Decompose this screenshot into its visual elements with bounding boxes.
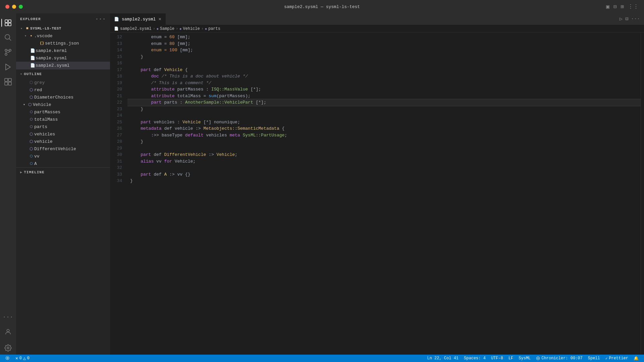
- explorer-more-button[interactable]: ···: [95, 16, 106, 22]
- layout2-icon[interactable]: ⊞: [621, 3, 624, 10]
- activity-accounts[interactable]: [1, 325, 15, 339]
- split-editor-icon[interactable]: ▣: [606, 3, 609, 10]
- code-line-15[interactable]: }: [127, 54, 641, 60]
- status-encoding[interactable]: UTF-8: [488, 356, 506, 361]
- activity-run[interactable]: [1, 60, 15, 74]
- code-line-24[interactable]: [127, 112, 641, 119]
- status-spell[interactable]: Spell: [585, 356, 603, 361]
- code-line-18[interactable]: doc /* This is a doc about vehicle */: [127, 73, 641, 80]
- activity-settings[interactable]: [1, 341, 15, 355]
- outline-totalmass-label: totalMass: [34, 117, 58, 122]
- outline-vv-label: vv: [34, 154, 40, 159]
- code-content[interactable]: enum = 60 [mm]; enum = 80 [mm]; enum = 1…: [127, 33, 641, 355]
- outline-parts[interactable]: ⬡ parts: [16, 123, 110, 130]
- svg-rect-2: [5, 23, 8, 26]
- code-line-17[interactable]: part def Vehicle {: [127, 67, 641, 73]
- code-line-12[interactable]: enum = 60 [mm];: [127, 34, 641, 41]
- sample-kerml-item[interactable]: ▾ 📄 sample.kerml: [16, 47, 110, 54]
- breadcrumb-parts[interactable]: ◈ parts: [205, 26, 220, 31]
- code-line-21[interactable]: attribute totalMass = sum(partMasses);: [127, 93, 641, 100]
- outline-red[interactable]: ⬡ red: [16, 86, 110, 94]
- activity-more[interactable]: ···: [1, 310, 15, 324]
- status-right: Ln 22, Col 41 Spaces: 4 UTF-8 LF SysML C…: [424, 356, 641, 361]
- sample2-sysml-item[interactable]: ▾ 📄 sample2.sysml: [16, 62, 110, 69]
- root-folder-item[interactable]: ▾ ■ SYSML-LS-TEST: [16, 25, 110, 32]
- code-line-32[interactable]: [127, 165, 641, 171]
- status-language[interactable]: SysML: [516, 356, 533, 361]
- status-cursor[interactable]: Ln 22, Col 41: [424, 356, 461, 361]
- outline-header[interactable]: ▾ OUTLINE: [16, 69, 110, 79]
- error-count: 0: [19, 356, 22, 361]
- outline-partmasses[interactable]: ⬡ partMasses: [16, 108, 110, 116]
- outline-totalmass[interactable]: ⬡ totalMass: [16, 116, 110, 123]
- layout-icon[interactable]: ⊟: [613, 3, 617, 10]
- maximize-button[interactable]: [19, 5, 23, 9]
- more-actions-icon[interactable]: ···: [631, 16, 640, 22]
- code-line-20[interactable]: attribute partMasses : ISQ::MassValue [*…: [127, 86, 641, 93]
- outline-vehicles[interactable]: ▾ ⬡ vehicles: [16, 130, 110, 138]
- status-left: ✕ 0 △ 0: [3, 356, 32, 361]
- svg-point-14: [7, 329, 9, 332]
- minimize-button[interactable]: [12, 5, 16, 9]
- code-line-19[interactable]: /* This is a comment */: [127, 80, 641, 86]
- tab-close-button[interactable]: ✕: [158, 17, 161, 21]
- code-line-23[interactable]: }: [127, 106, 641, 113]
- code-line-31[interactable]: alias vv for Vehicle;: [127, 158, 641, 165]
- code-line-29[interactable]: [127, 145, 641, 152]
- breadcrumb-sep1: ›: [153, 26, 155, 31]
- status-chronicler[interactable]: Chronicler: 00:07: [533, 356, 585, 361]
- code-line-25[interactable]: part vehicles : Vehicle [*] nonunique;: [127, 119, 641, 126]
- outline-a[interactable]: ▾ ⬡ A: [16, 160, 110, 167]
- outline-vehicle[interactable]: ▾ ⬡ vehicle: [16, 138, 110, 145]
- status-prettier[interactable]: ✓ Prettier: [603, 356, 631, 361]
- code-line-33[interactable]: part def A :> vv {}: [127, 171, 641, 178]
- status-notifications[interactable]: 🔔: [631, 356, 641, 361]
- code-line-13[interactable]: enum = 80 [mm];: [127, 41, 641, 47]
- sample-sysml-item[interactable]: ▾ 📄 sample.sysml: [16, 54, 110, 62]
- outline-vv[interactable]: ▾ ⬡ vv: [16, 153, 110, 160]
- breadcrumb-sample[interactable]: ◈ Sample: [157, 26, 174, 31]
- outline-differentvehicle[interactable]: ▾ ⬡ DifferentVehicle: [16, 145, 110, 153]
- outline-grey[interactable]: ⬡ grey: [16, 79, 110, 86]
- activity-bar: ···: [0, 13, 16, 355]
- explorer-header[interactable]: EXPLORER ···: [16, 13, 110, 25]
- vscode-folder-item[interactable]: ▾ ▪ .vscode: [16, 32, 110, 40]
- sidebar: EXPLORER ··· ▾ ■ SYSML-LS-TEST ▾ ▪ .vsco…: [16, 13, 110, 355]
- code-line-30[interactable]: part def DifferentVehicle :> Vehicle;: [127, 152, 641, 158]
- breadcrumb-file[interactable]: 📄 sample2.sysml: [114, 26, 152, 31]
- status-errors[interactable]: ✕ 0 △ 0: [13, 356, 32, 361]
- close-button[interactable]: [5, 5, 9, 9]
- code-line-16[interactable]: [127, 60, 641, 67]
- breadcrumb-vehicle[interactable]: ◈ Vehicle: [179, 26, 200, 31]
- code-line-27[interactable]: :>> baseType default vehicles meta SysML…: [127, 132, 641, 139]
- window-title: sample2.sysml — sysml-ls-test: [284, 4, 360, 9]
- svg-rect-13: [8, 82, 11, 85]
- status-eol[interactable]: LF: [506, 356, 516, 361]
- cube-small-icon: ⬡: [28, 110, 34, 114]
- timeline-header[interactable]: ▶ TIMELINE: [16, 168, 110, 177]
- outline-diameter[interactable]: ▾ ⬡ DiameterChoices: [16, 94, 110, 101]
- code-line-34[interactable]: }: [127, 178, 641, 184]
- activity-explorer[interactable]: [1, 16, 15, 29]
- prettier-icon: ✓: [605, 356, 608, 361]
- main-container: ··· EXPLORER ··· ▾ ■ SYSML-LS-TEST ▾ ▪: [0, 13, 644, 355]
- status-spaces[interactable]: Spaces: 4: [461, 356, 488, 361]
- tab-sample2[interactable]: 📄 sample2.sysml ✕: [110, 13, 166, 25]
- code-line-22[interactable]: part parts : AnotherSample::VehiclePart …: [127, 99, 641, 106]
- status-remote[interactable]: [3, 356, 13, 361]
- activity-source-control[interactable]: [1, 46, 15, 59]
- outline-vehicles-label: vehicles: [34, 132, 55, 137]
- settings-json-item[interactable]: ▾ {} settings.json: [16, 40, 110, 47]
- run-icon[interactable]: ▷: [620, 16, 623, 22]
- outline-vehicle-parent[interactable]: ▾ ⬡ Vehicle: [16, 101, 110, 108]
- code-line-28[interactable]: }: [127, 138, 641, 145]
- prettier-label: Prettier: [609, 356, 628, 361]
- customize-layout-icon[interactable]: ⋮⋮: [628, 3, 639, 10]
- outline-title: OUTLINE: [24, 72, 42, 76]
- split-editor-right-icon[interactable]: ⊟: [625, 16, 628, 22]
- code-line-14[interactable]: enum = 100 [mm];: [127, 47, 641, 54]
- breadcrumb-vehicle-label: Vehicle: [183, 26, 200, 31]
- activity-extensions[interactable]: [1, 75, 15, 88]
- activity-search[interactable]: [1, 31, 15, 44]
- code-line-26[interactable]: metadata def vehicle :> Metaobjects::Sem…: [127, 125, 641, 132]
